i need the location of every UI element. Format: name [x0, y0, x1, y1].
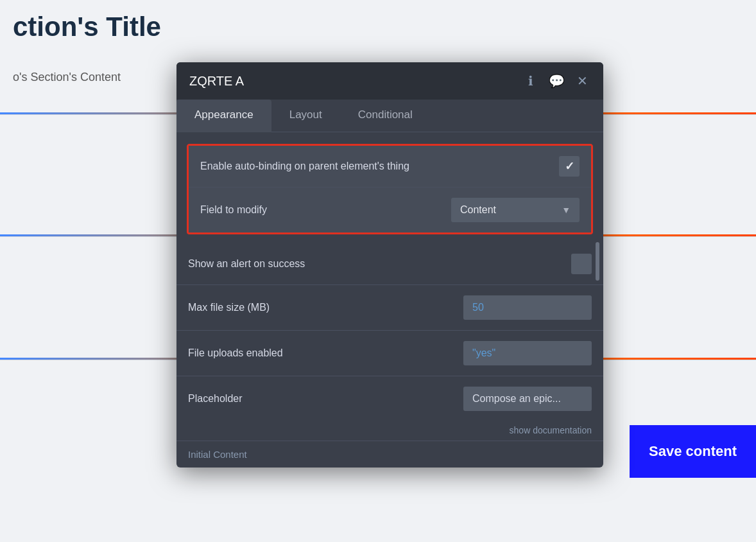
tab-bar: Appearance Layout Conditional	[176, 100, 603, 132]
modal-header: ZQRTE A ℹ 💬 ✕	[176, 62, 603, 100]
modal-header-icons: ℹ 💬 ✕	[522, 73, 590, 89]
highlighted-section: Enable auto-binding on parent element's …	[187, 144, 593, 234]
scrollbar[interactable]	[596, 242, 599, 281]
dropdown-value: Content	[460, 204, 496, 216]
max-file-size-label: Max file size (MB)	[188, 302, 270, 313]
doc-link[interactable]: show documentation	[510, 425, 592, 435]
tab-appearance[interactable]: Appearance	[176, 100, 271, 132]
tab-conditional[interactable]: Conditional	[340, 100, 431, 132]
max-file-size-value[interactable]: 50	[463, 295, 592, 320]
modal-body: Enable auto-binding on parent element's …	[176, 144, 603, 468]
modal-overlay: ZQRTE A ℹ 💬 ✕ Appearance Layout Conditio…	[0, 0, 756, 542]
alert-on-success-label: Show an alert on success	[188, 258, 305, 270]
placeholder-value[interactable]: Compose an epic...	[463, 387, 592, 411]
dropdown-arrow-icon: ▼	[562, 205, 571, 215]
info-icon[interactable]: ℹ	[522, 73, 539, 89]
max-file-size-row: Max file size (MB) 50	[176, 285, 603, 331]
close-icon[interactable]: ✕	[574, 73, 590, 89]
autobinding-row: Enable auto-binding on parent element's …	[189, 146, 591, 188]
placeholder-label: Placeholder	[188, 393, 243, 405]
modal-dialog: ZQRTE A ℹ 💬 ✕ Appearance Layout Conditio…	[176, 62, 603, 468]
alert-on-success-row: Show an alert on success	[176, 243, 603, 285]
initial-content-label: Initial Content	[176, 441, 603, 468]
field-to-modify-row: Field to modify Content ▼	[189, 188, 591, 232]
autobinding-checkbox[interactable]: ✓	[559, 156, 580, 177]
field-to-modify-label: Field to modify	[200, 204, 267, 216]
checkmark-icon: ✓	[565, 159, 574, 173]
file-uploads-label: File uploads enabled	[188, 347, 283, 359]
field-to-modify-dropdown[interactable]: Content ▼	[451, 198, 580, 222]
modal-title: ZQRTE A	[189, 74, 244, 89]
tab-layout[interactable]: Layout	[271, 100, 340, 132]
alert-on-success-checkbox[interactable]	[571, 254, 592, 274]
file-uploads-row: File uploads enabled "yes"	[176, 331, 603, 376]
comment-icon[interactable]: 💬	[548, 73, 565, 89]
doc-link-row: show documentation	[176, 421, 603, 441]
file-uploads-value[interactable]: "yes"	[463, 341, 592, 365]
autobinding-label: Enable auto-binding on parent element's …	[200, 161, 409, 172]
placeholder-row: Placeholder Compose an epic...	[176, 376, 603, 421]
